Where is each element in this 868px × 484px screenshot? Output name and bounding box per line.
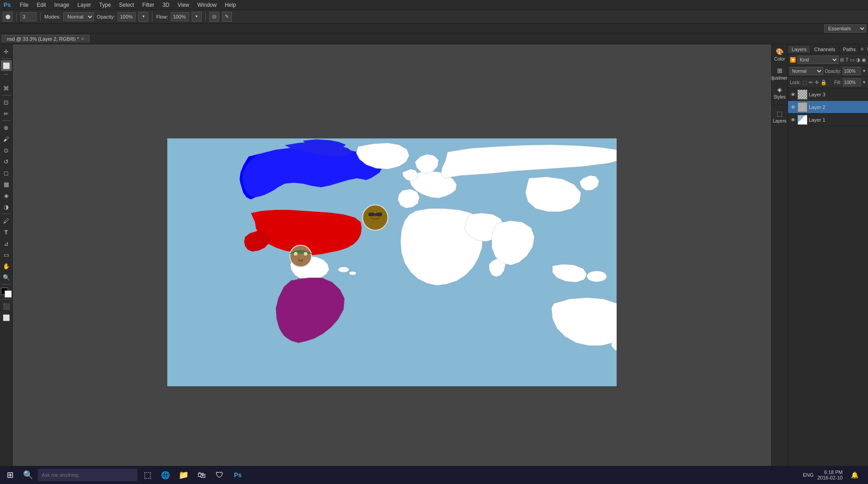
lock-position-icon[interactable]: ✛ bbox=[815, 80, 819, 85]
menu-filter[interactable]: Filter bbox=[139, 1, 158, 9]
text-tool[interactable]: T bbox=[1, 227, 12, 237]
layer-row[interactable]: 👁 Layer 3 bbox=[788, 88, 868, 101]
channels-tab[interactable]: Channels bbox=[811, 46, 839, 53]
filter-shape-icon[interactable]: ▭ bbox=[850, 57, 854, 63]
filter-text-icon[interactable]: T bbox=[845, 57, 849, 62]
layer-opacity-input[interactable] bbox=[843, 67, 861, 75]
layer-blend-mode-select[interactable]: Normal Multiply Screen bbox=[790, 67, 823, 75]
panel-color[interactable]: 🎨 Color bbox=[774, 46, 786, 64]
layers-panel-menu[interactable]: ≡ bbox=[860, 46, 864, 52]
layer-visibility-icon[interactable]: 👁 bbox=[790, 117, 796, 123]
layers-blend-row: Normal Multiply Screen Opacity: ▼ bbox=[788, 66, 868, 77]
layer-visibility-icon[interactable]: 👁 bbox=[790, 104, 796, 110]
layers-panel-close[interactable]: ✕ bbox=[865, 46, 868, 52]
layer-visibility-icon[interactable]: 👁 bbox=[790, 92, 796, 97]
dodge-tool[interactable]: ◑ bbox=[1, 201, 12, 212]
menu-layer[interactable]: Layer bbox=[74, 1, 94, 9]
opacity-options-button[interactable]: ▼ bbox=[138, 12, 148, 22]
tab-bar: nsd @ 33.3% (Layer 2, RGB/8) * ✕ bbox=[0, 33, 868, 44]
menu-type[interactable]: Type bbox=[95, 1, 114, 9]
brush-tool[interactable]: 🖌 bbox=[1, 133, 12, 144]
path-tool[interactable]: ⊿ bbox=[1, 238, 12, 249]
document-tab[interactable]: nsd @ 33.3% (Layer 2, RGB/8) * ✕ bbox=[2, 35, 90, 43]
ps-taskbar-icon[interactable]: Ps bbox=[230, 467, 246, 483]
healing-tool[interactable]: ⊕ bbox=[1, 122, 12, 133]
right-panels: 🎨 Color ⊞ Adjustments ◈ Styles ⬚ Layers … bbox=[771, 44, 868, 480]
notification-button[interactable]: 🔔 bbox=[846, 467, 863, 483]
lock-all-icon[interactable]: 🔒 bbox=[821, 80, 827, 85]
blend-mode-select[interactable]: Normal Multiply Screen bbox=[63, 12, 94, 21]
menu-view[interactable]: View bbox=[174, 1, 193, 9]
eyedropper-tool[interactable]: ✏ bbox=[1, 108, 12, 119]
menu-window[interactable]: Window bbox=[194, 1, 221, 9]
essentials-select[interactable]: Essentials Photography Painting bbox=[824, 24, 866, 33]
shield-icon[interactable]: 🛡 bbox=[212, 467, 228, 483]
background-color[interactable] bbox=[5, 290, 12, 298]
move-tool[interactable]: ✛ bbox=[1, 46, 12, 57]
tab-title: nsd @ 33.3% (Layer 2, RGB/8) * bbox=[7, 36, 79, 42]
menu-3d[interactable]: 3D bbox=[159, 1, 173, 9]
pen-tool[interactable]: 🖊 bbox=[1, 215, 12, 226]
fill-row: Fill: ▼ bbox=[835, 78, 866, 86]
filter-options-icon[interactable]: ⊞ bbox=[840, 57, 844, 63]
fill-chevron[interactable]: ▼ bbox=[862, 80, 866, 85]
task-view-button[interactable]: ⬚ bbox=[139, 467, 156, 483]
zoom-tool[interactable]: 🔍 bbox=[1, 272, 12, 283]
panel-layers-icon[interactable]: ⬚ Layers bbox=[772, 108, 787, 126]
filter-icon: 🔽 bbox=[790, 57, 796, 63]
paths-tab[interactable]: Paths bbox=[840, 46, 860, 53]
menu-file[interactable]: File bbox=[16, 1, 32, 9]
magic-wand-tool[interactable]: ⌘ bbox=[1, 83, 12, 94]
color-swatches[interactable] bbox=[1, 288, 12, 298]
hand-tool[interactable]: ✋ bbox=[1, 261, 12, 271]
menu-select[interactable]: Select bbox=[115, 1, 137, 9]
shape-tool[interactable]: ▭ bbox=[1, 249, 12, 260]
gradient-tool[interactable]: ▦ bbox=[1, 179, 12, 190]
opacity-chevron[interactable]: ▼ bbox=[862, 69, 866, 73]
layer-fill-input[interactable] bbox=[843, 78, 861, 86]
clone-tool[interactable]: ⊙ bbox=[1, 145, 12, 156]
filter-adjustment-icon[interactable]: ◑ bbox=[856, 57, 860, 63]
cortana-search[interactable] bbox=[38, 469, 137, 481]
clock-time: 6:18 PM bbox=[817, 470, 843, 475]
brush-tool-button[interactable]: ⬤ bbox=[3, 12, 13, 22]
chrome-icon[interactable]: 🌐 bbox=[157, 467, 174, 483]
flow-options-button[interactable]: ▼ bbox=[192, 12, 202, 22]
mask-mode[interactable]: ⬛ bbox=[1, 301, 12, 312]
lock-paint-icon[interactable]: ✏ bbox=[809, 80, 813, 85]
file-explorer-icon[interactable]: 📁 bbox=[175, 467, 192, 483]
svg-point-3 bbox=[587, 271, 607, 282]
lasso-tool[interactable]: ⌒ bbox=[1, 71, 12, 82]
close-tab-button[interactable]: ✕ bbox=[81, 37, 85, 41]
tablet-button[interactable]: ✎ bbox=[222, 12, 232, 22]
svg-point-8 bbox=[290, 245, 311, 267]
menu-image[interactable]: Image bbox=[51, 1, 73, 9]
marquee-tool[interactable]: ⬜ bbox=[1, 60, 12, 71]
screen-mode[interactable]: ⬜ bbox=[1, 312, 12, 323]
svg-rect-0 bbox=[167, 138, 617, 386]
layers-tab[interactable]: Layers bbox=[788, 46, 811, 53]
blur-tool[interactable]: ◈ bbox=[1, 190, 12, 201]
crop-tool[interactable]: ⊡ bbox=[1, 97, 12, 108]
history-tool[interactable]: ↺ bbox=[1, 156, 12, 167]
search-icon[interactable]: 🔍 bbox=[20, 467, 36, 483]
layer-row[interactable]: 👁 Layer 1 bbox=[788, 114, 868, 126]
filter-toggle[interactable]: ◉ bbox=[862, 57, 866, 63]
filter-kind-select[interactable]: Kind Name Effect bbox=[797, 56, 839, 64]
layer-row[interactable]: 👁 Layer 2 bbox=[788, 101, 868, 114]
start-button[interactable]: ⊞ bbox=[2, 467, 18, 483]
svg-point-4 bbox=[363, 205, 388, 230]
panel-styles[interactable]: ◈ Styles bbox=[773, 84, 787, 102]
lock-transparency-icon[interactable]: ⬚ bbox=[802, 80, 807, 85]
mode-label: Modes: bbox=[44, 14, 61, 19]
menu-edit[interactable]: Edit bbox=[33, 1, 50, 9]
flow-input[interactable] bbox=[171, 12, 189, 21]
language-indicator: ENG bbox=[803, 472, 814, 478]
menu-help[interactable]: Help bbox=[221, 1, 240, 9]
store-icon[interactable]: 🛍 bbox=[193, 467, 210, 483]
layer-thumbnail bbox=[797, 115, 807, 125]
brush-size-input[interactable] bbox=[20, 12, 37, 21]
eraser-tool[interactable]: ◻ bbox=[1, 167, 12, 178]
airbrush-button[interactable]: ◎ bbox=[209, 12, 219, 22]
opacity-input[interactable] bbox=[118, 12, 136, 21]
